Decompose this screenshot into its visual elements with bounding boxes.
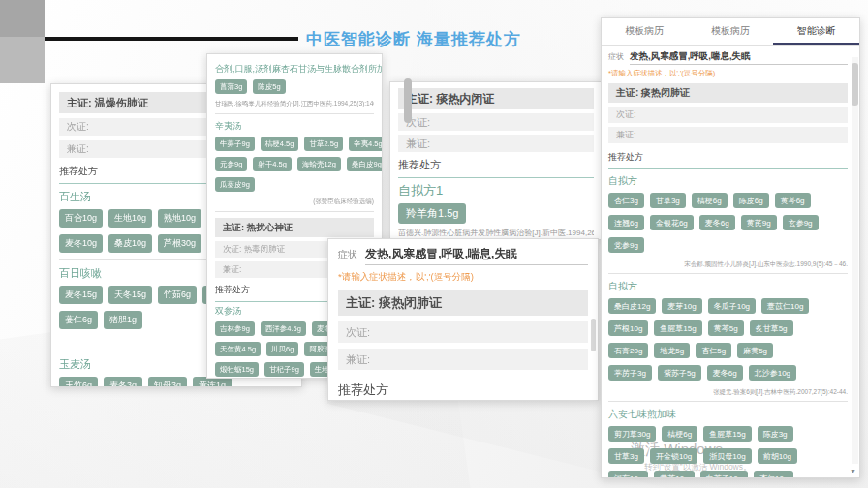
prescription-list: 合剂,口服,汤剂麻杏石甘汤与生脉散合剂所加药物菖蒲3g陈皮5g甘瑞民.徐鸣皋儿科… <box>215 63 374 206</box>
symptom-input[interactable]: 发热,风寒感冒,呼吸,喘息,失眠 <box>365 246 588 265</box>
herb-chip[interactable]: 桑白皮9g <box>347 157 383 171</box>
herb-chip[interactable]: 陈皮5g <box>253 79 285 94</box>
herb-chip[interactable]: 薏苡仁10g <box>761 298 809 314</box>
herb-chip[interactable]: 黄芪9g <box>741 215 777 230</box>
herb-chip[interactable]: 桔梗4.5g <box>261 137 299 151</box>
herb-chip[interactable]: 连翘6g <box>608 215 644 230</box>
herb-chip[interactable]: 西洋参4.5g <box>261 321 306 336</box>
main-certificate-bar[interactable]: 主证: 热扰心神证 <box>215 218 374 237</box>
herb-chip[interactable]: 杏仁3g <box>608 193 644 208</box>
herb-chip[interactable]: 桔梗6g <box>662 426 698 442</box>
mix-certificate-bar[interactable]: 兼证: <box>398 135 594 152</box>
herb-chip[interactable]: 桑白皮12g <box>608 298 656 314</box>
herb-chip[interactable]: 黄芩10g <box>654 471 694 478</box>
main-certificate-bar[interactable]: 主证: 痰热内闭证 <box>398 88 594 109</box>
herb-chip[interactable]: 黄芩6g <box>775 193 811 208</box>
scrollbar-thumb[interactable] <box>404 78 412 123</box>
herb-chip[interactable]: 剪刀草30g <box>608 426 656 442</box>
herb-chip[interactable]: 牛蒡子9g <box>215 137 255 151</box>
herb-chip[interactable]: 河车10g <box>608 471 648 478</box>
sub-certificate-bar[interactable]: 次证: <box>608 107 848 123</box>
herb-chip[interactable]: 鱼腥草15g <box>654 320 701 336</box>
herb-chip[interactable]: 麦冬6g <box>699 215 735 230</box>
herb-chip[interactable]: 川贝6g <box>266 342 298 356</box>
sub-certificate-bar[interactable]: 次证: <box>398 113 594 131</box>
herb-chip[interactable]: 白芥子10g <box>700 471 748 478</box>
herb-chip[interactable]: 桑皮10g <box>108 234 152 253</box>
mix-certificate-bar[interactable]: 兼证: <box>338 349 588 370</box>
herb-chip[interactable]: 石膏20g <box>608 343 648 358</box>
herb-chip[interactable]: 海蛤壳12g <box>297 157 341 171</box>
scrollbar-track[interactable] <box>852 57 858 464</box>
herb-chip[interactable]: 芦根10g <box>608 320 648 336</box>
herb-chip[interactable]: 葶苈子3g <box>608 365 652 381</box>
herb-chip[interactable]: 辛夷4.5g <box>349 137 383 151</box>
herb-chip[interactable]: 元参9g <box>215 157 247 171</box>
herb-chip[interactable]: 前胡10g <box>758 448 797 464</box>
prescription-section: 自拟方桑白皮12g麦芽10g冬瓜子10g薏苡仁10g芦根10g鱼腥草15g黄芩5… <box>608 280 848 396</box>
main-certificate-bar[interactable]: 主证: 痰热闭肺证 <box>608 83 848 103</box>
herb-chip[interactable]: 杏仁5g <box>696 343 731 358</box>
herb-chip[interactable]: 芦根30g <box>158 234 202 253</box>
herb-chip[interactable]: 开金锁10g <box>650 448 698 464</box>
herb-chip[interactable]: 煅牡蛎15g <box>215 362 259 377</box>
herb-chip[interactable]: 竹茹6g <box>158 286 197 304</box>
herb-chip[interactable]: 麦芽10g <box>662 298 701 314</box>
recommended-prescriptions-label: 推荐处方 <box>608 147 848 169</box>
herb-chip[interactable]: 北沙参10g <box>749 365 796 381</box>
symptom-input[interactable]: 发热,风寒感冒,呼吸,喘息,失眠 <box>630 50 848 65</box>
herb-chip[interactable]: 甘杞子9g <box>264 362 304 377</box>
herb-row: 党参9g <box>608 237 848 253</box>
herb-chip[interactable]: 百合10g <box>59 209 103 228</box>
prescription-section: 辛夷汤牛蒡子9g桔梗4.5g甘草2.5g辛夷4.5g元参9g射干4.5g海蛤壳1… <box>215 120 374 206</box>
herb-chip[interactable]: 知母3g <box>148 377 187 387</box>
prescription-title: 自拟方 <box>608 280 848 293</box>
herb-chip[interactable]: 鱼腥草15g <box>703 426 751 442</box>
herb-chip[interactable]: 麦冬6g <box>707 365 743 381</box>
tab-template-record-2[interactable]: 模板病历 <box>688 18 774 45</box>
herb-chip[interactable]: 猪胆1g <box>104 311 142 329</box>
herb-chip[interactable]: 菖蒲3g <box>215 79 247 94</box>
herb-chip[interactable]: 陈皮3g <box>758 426 793 442</box>
herb-chip[interactable]: 天竺黄4.5g <box>215 342 261 356</box>
herb-chip[interactable]: 瓜蒌皮9g <box>215 177 255 192</box>
herb-chip[interactable]: 麻黄5g <box>737 343 773 358</box>
herb-row: 菖蒲3g陈皮5g <box>215 79 374 94</box>
herb-chip[interactable]: 麦冬10g <box>59 234 103 253</box>
herb-chip[interactable]: 黄芩5g <box>708 320 744 336</box>
scrollbar-thumb[interactable] <box>852 63 858 106</box>
herb-chip[interactable]: 党参9g <box>608 237 644 253</box>
herb-chip[interactable]: 金银花6g <box>650 215 694 230</box>
herb-chip[interactable]: 冬瓜子10g <box>708 298 756 314</box>
herb-chip[interactable]: 甘草3g <box>650 193 686 208</box>
herb-chip[interactable]: 炙甘草5g <box>750 320 793 336</box>
tab-smart-diagnosis[interactable]: 智能诊断 <box>773 18 859 45</box>
herb-chip[interactable]: 浙贝母10g <box>703 448 751 464</box>
herb-chip[interactable]: 桔梗6g <box>692 193 728 208</box>
herb-chip[interactable]: 麦冬3g <box>104 377 142 387</box>
herb-chip[interactable]: 蒌仁6g <box>59 311 98 329</box>
scroll-down-arrow-icon[interactable]: ▼ <box>850 468 856 474</box>
herb-row: 羚羊角1.5g <box>398 203 594 224</box>
herb-chip[interactable]: 熟地10g <box>158 209 202 228</box>
scrollbar-thumb[interactable] <box>591 319 596 351</box>
herb-chip[interactable]: 羚羊角1.5g <box>398 203 466 224</box>
herb-chip[interactable]: 麦冬15g <box>59 286 103 304</box>
herb-chip[interactable]: 玉竹6g <box>59 377 98 387</box>
tab-template-record-1[interactable]: 模板病历 <box>602 18 688 45</box>
herb-chip[interactable]: 甘草2.5g <box>304 137 343 151</box>
herb-chip[interactable]: 天冬15g <box>108 286 152 304</box>
herb-chip[interactable]: 杏仁10g <box>754 471 793 478</box>
herb-chip[interactable]: 紫苏子5g <box>658 365 701 381</box>
herb-chip[interactable]: 射干4.5g <box>253 157 292 171</box>
herb-chip[interactable]: 陈皮6g <box>733 193 769 208</box>
sub-certificate-bar[interactable]: 次证: <box>338 321 588 343</box>
herb-chip[interactable]: 地龙5g <box>654 343 690 358</box>
main-certificate-bar[interactable]: 主证: 痰热闭肺证 <box>338 290 588 316</box>
symptom-row: 症状 发热,风寒感冒,呼吸,喘息,失眠 <box>608 50 848 65</box>
herb-chip[interactable]: 生地10g <box>108 209 152 228</box>
mix-certificate-bar[interactable]: 兼证: <box>608 127 848 143</box>
herb-chip[interactable]: 吉林参9g <box>215 321 255 336</box>
herb-chip[interactable]: 玄参9g <box>783 215 819 230</box>
herb-chip[interactable]: 甘草3g <box>608 448 644 464</box>
